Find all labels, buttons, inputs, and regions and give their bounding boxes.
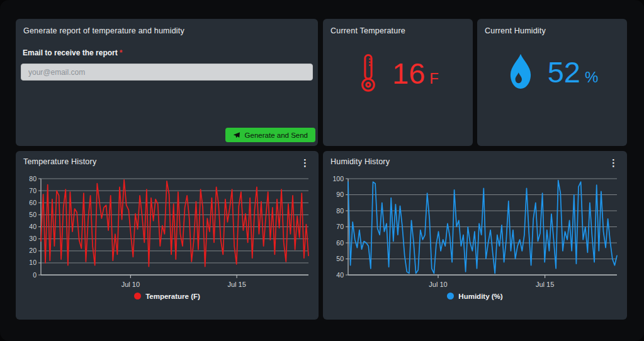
current-temperature-panel: Current Temperature 16F [323, 19, 473, 146]
svg-text:40: 40 [336, 271, 344, 278]
kebab-menu-icon[interactable]: ⋮ [299, 157, 311, 167]
dashboard: Generate report of temperature and humid… [0, 0, 644, 341]
svg-text:20: 20 [29, 247, 37, 254]
temperature-history-header: Temperature History ⋮ [16, 151, 319, 167]
svg-text:70: 70 [29, 186, 37, 194]
humidity-history-header: Humidity History ⋮ [323, 151, 627, 167]
current-humidity-value-group: 52% [548, 57, 599, 87]
current-humidity-value: 52 [548, 55, 580, 89]
send-paper-plane-icon [233, 131, 240, 139]
kebab-menu-icon[interactable]: ⋮ [607, 157, 619, 167]
svg-text:50: 50 [29, 210, 37, 218]
humidity-legend-label: Humidity (%) [458, 293, 502, 300]
svg-text:Jul 15: Jul 15 [227, 281, 246, 288]
water-drop-icon [506, 53, 535, 91]
temperature-legend-dot [134, 293, 141, 299]
svg-text:80: 80 [336, 206, 344, 214]
current-temperature-value: 16 [392, 57, 425, 90]
svg-text:90: 90 [336, 191, 344, 198]
humidity-legend-dot [447, 293, 454, 299]
humidity-legend-item[interactable]: Humidity (%) [323, 293, 627, 300]
current-temperature-unit: F [429, 70, 439, 87]
required-marker: * [120, 48, 123, 57]
humidity-history-title: Humidity History [330, 157, 390, 166]
svg-text:50: 50 [336, 255, 344, 262]
svg-text:40: 40 [29, 223, 37, 230]
svg-text:Jul 15: Jul 15 [536, 281, 554, 288]
current-humidity-body: 52% [477, 53, 627, 91]
svg-text:70: 70 [336, 223, 344, 230]
svg-text:10: 10 [29, 259, 37, 266]
temperature-legend-item[interactable]: Temperature (F) [16, 293, 319, 300]
current-temperature-value-group: 16F [392, 59, 439, 88]
current-temperature-title: Current Temperature [323, 19, 473, 35]
svg-text:Jul 10: Jul 10 [429, 281, 447, 288]
current-temperature-body: 16F [323, 53, 473, 93]
email-label-text: Email to receive the report [23, 48, 118, 57]
report-panel: Generate report of temperature and humid… [16, 19, 318, 146]
generate-and-send-label: Generate and Send [245, 131, 308, 139]
report-panel-title: Generate report of temperature and humid… [16, 19, 318, 35]
svg-text:100: 100 [332, 174, 344, 182]
svg-text:0: 0 [33, 271, 37, 278]
temperature-history-chart: 01020304050607080Jul 10Jul 15 [16, 169, 319, 288]
humidity-history-panel: Humidity History ⋮ 405060708090100Jul 10… [323, 151, 627, 320]
current-humidity-unit: % [585, 69, 598, 86]
email-label: Email to receive the report* [23, 48, 311, 57]
temperature-legend-label: Temperature (F) [145, 293, 200, 300]
temperature-history-panel: Temperature History ⋮ 01020304050607080J… [16, 151, 319, 320]
thermometer-icon [357, 53, 380, 93]
svg-text:30: 30 [29, 235, 37, 242]
svg-text:60: 60 [29, 198, 37, 206]
email-input[interactable] [21, 64, 313, 81]
svg-text:60: 60 [336, 238, 344, 246]
svg-text:80: 80 [29, 174, 37, 182]
humidity-history-chart: 405060708090100Jul 10Jul 15 [323, 169, 627, 288]
generate-and-send-button[interactable]: Generate and Send [225, 128, 315, 142]
current-humidity-title: Current Humidity [477, 19, 627, 35]
svg-text:Jul 10: Jul 10 [121, 281, 140, 288]
temperature-history-title: Temperature History [23, 157, 96, 166]
current-humidity-panel: Current Humidity 52% [477, 19, 627, 146]
